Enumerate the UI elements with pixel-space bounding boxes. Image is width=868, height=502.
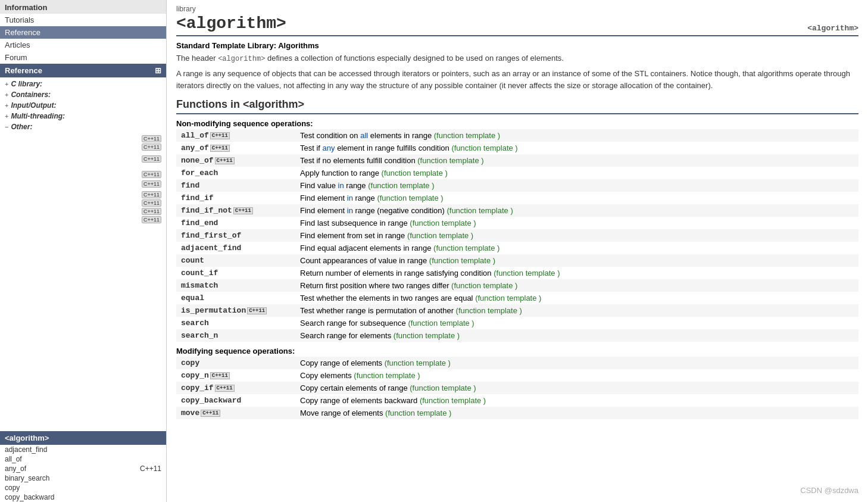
page-title-right: <algorithm>: [807, 24, 858, 33]
func-name[interactable]: is_permutationC++11: [176, 304, 295, 317]
tree-item-tuple[interactable]: C++11: [0, 199, 166, 207]
tree-category-other[interactable]: −Other:: [0, 121, 166, 132]
tree-item-valarray[interactable]: [0, 226, 166, 227]
func-desc: Copy range of elements backward (functio…: [295, 394, 858, 407]
tree-category-clibrary[interactable]: +C library:: [0, 79, 166, 89]
func-desc: Search range for subsequence (function t…: [295, 317, 858, 329]
func-name[interactable]: search_n: [176, 329, 295, 342]
page-title: <algorithm> <algorithm>: [176, 14, 858, 36]
func-name[interactable]: copy_backward: [176, 394, 295, 407]
reference-header-icon[interactable]: ⊞: [155, 66, 161, 75]
non-modifying-table: all_ofC++11Test condition on all element…: [176, 129, 858, 342]
nav-item-articles[interactable]: Articles: [0, 39, 166, 51]
tree-item-type_traits[interactable]: C++11: [0, 207, 166, 216]
algorithm-panel-header: <algorithm>: [0, 431, 166, 445]
para2: A range is any sequence of objects that …: [176, 68, 858, 91]
algorithm-item-adjacent-find[interactable]: adjacent_find: [0, 445, 166, 454]
table-row: find_ifFind element in range (function t…: [176, 192, 858, 204]
func-desc: Find element from set in range (function…: [295, 229, 858, 242]
func-desc: Copy range of elements (function templat…: [295, 357, 858, 369]
watermark: CSDN @sdzdwa: [800, 486, 858, 495]
func-name[interactable]: none_ofC++11: [176, 154, 295, 167]
func-name[interactable]: for_each: [176, 167, 295, 179]
func-name[interactable]: find_if_notC++11: [176, 204, 295, 217]
tree-item-system_error[interactable]: C++11: [0, 191, 166, 199]
func-name[interactable]: any_ofC++11: [176, 142, 295, 154]
func-desc: Find element in range (function template…: [295, 192, 858, 204]
algorithm-item-copy[interactable]: copy: [0, 483, 166, 492]
func-desc: Test if any element in range fulfills co…: [295, 142, 858, 154]
func-desc: Find equal adjacent elements in range (f…: [295, 242, 858, 254]
func-desc: Apply function to range (function templa…: [295, 167, 858, 179]
func-name[interactable]: count_if: [176, 267, 295, 279]
func-name[interactable]: moveC++11: [176, 407, 295, 419]
func-name[interactable]: find_first_of: [176, 229, 295, 242]
tree-item-initializer_list[interactable]: C++11: [0, 155, 166, 163]
nav-item-forum[interactable]: Forum: [0, 51, 166, 64]
std-desc-text1: The header: [176, 54, 216, 63]
func-name[interactable]: copy_nC++11: [176, 369, 295, 382]
table-row: copyCopy range of elements (function tem…: [176, 357, 858, 369]
reference-header: Reference ⊞: [0, 64, 166, 77]
algorithm-item-copy-backward[interactable]: copy_backward: [0, 492, 166, 502]
func-name[interactable]: copy: [176, 357, 295, 369]
func-name[interactable]: search: [176, 317, 295, 329]
func-name[interactable]: mismatch: [176, 279, 295, 292]
tree-item-typeindex[interactable]: C++11: [0, 216, 166, 224]
functions-header: Functions in <algorithm>: [176, 98, 858, 114]
table-row: searchSearch range for subsequence (func…: [176, 317, 858, 329]
func-desc: Search range for elements (function temp…: [295, 329, 858, 342]
func-name[interactable]: adjacent_find: [176, 242, 295, 254]
tree-item-chrono[interactable]: C++11: [0, 135, 166, 143]
func-desc: Find element in range (negative conditio…: [295, 204, 858, 217]
tree-category-multithreading[interactable]: +Multi-threading:: [0, 111, 166, 121]
tree-item-random[interactable]: C++11: [0, 170, 166, 179]
sidebar: InformationTutorialsReferenceArticlesFor…: [0, 0, 167, 502]
modifying-table: copyCopy range of elements (function tem…: [176, 357, 858, 419]
table-row: equalTest whether the elements in two ra…: [176, 292, 858, 304]
func-name[interactable]: find_end: [176, 217, 295, 229]
bottom-section: <algorithm> adjacent_findall_ofany_ofC++…: [0, 431, 166, 502]
tree-item-regex[interactable]: C++11: [0, 180, 166, 188]
tree-category-containers[interactable]: +Containers:: [0, 89, 166, 100]
breadcrumb: library: [176, 5, 858, 13]
reference-panel: Reference ⊞ +C library:+Containers:+Inpu…: [0, 64, 166, 431]
tree-item-codecvt[interactable]: C++11: [0, 143, 166, 151]
nav-item-reference[interactable]: Reference: [0, 26, 166, 39]
table-row: mismatchReturn first position where two …: [176, 279, 858, 292]
func-desc: Return first position where two ranges d…: [295, 279, 858, 292]
nav-item-tutorials[interactable]: Tutorials: [0, 14, 166, 26]
reference-tree: +C library:+Containers:+Input/Output:+Mu…: [0, 77, 166, 431]
std-desc-text2: defines a collection of functions especi…: [267, 54, 564, 63]
func-name[interactable]: count: [176, 254, 295, 267]
algorithm-item-binary-search[interactable]: binary_search: [0, 473, 166, 483]
tree-category-inputoutput[interactable]: +Input/Output:: [0, 100, 166, 111]
table-row: copy_ifC++11Copy certain elements of ran…: [176, 382, 858, 394]
table-row: copy_backwardCopy range of elements back…: [176, 394, 858, 407]
func-desc: Find value in range (function template ): [295, 179, 858, 192]
func-name[interactable]: find_if: [176, 192, 295, 204]
non-modifying-title: Non-modifying sequence operations:: [176, 119, 858, 128]
table-row: any_ofC++11Test if any element in range …: [176, 142, 858, 154]
std-desc: The header <algorithm> defines a collect…: [176, 52, 858, 64]
func-desc: Test whether range is permutation of ano…: [295, 304, 858, 317]
func-name[interactable]: equal: [176, 292, 295, 304]
reference-header-label: Reference: [5, 66, 42, 75]
func-name[interactable]: find: [176, 179, 295, 192]
table-row: for_eachApply function to range (functio…: [176, 167, 858, 179]
algorithm-item-all-of[interactable]: all_of: [0, 454, 166, 464]
nav-item-information[interactable]: Information: [0, 0, 166, 14]
table-row: adjacent_findFind equal adjacent element…: [176, 242, 858, 254]
func-desc: Move range of elements (function templat…: [295, 407, 858, 419]
func-name[interactable]: all_ofC++11: [176, 129, 295, 142]
func-desc: Find last subsequence in range (function…: [295, 217, 858, 229]
table-row: moveC++11Move range of elements (functio…: [176, 407, 858, 419]
table-row: find_if_notC++11Find element in range (n…: [176, 204, 858, 217]
func-name[interactable]: copy_ifC++11: [176, 382, 295, 394]
func-desc: Test condition on all elements in range …: [295, 129, 858, 142]
page-title-text: <algorithm>: [176, 14, 286, 33]
std-title: Standard Template Library: Algorithms: [176, 41, 858, 50]
algorithm-item-any-of[interactable]: any_ofC++11: [0, 464, 166, 473]
func-desc: Test whether the elements in two ranges …: [295, 292, 858, 304]
table-row: all_ofC++11Test condition on all element…: [176, 129, 858, 142]
